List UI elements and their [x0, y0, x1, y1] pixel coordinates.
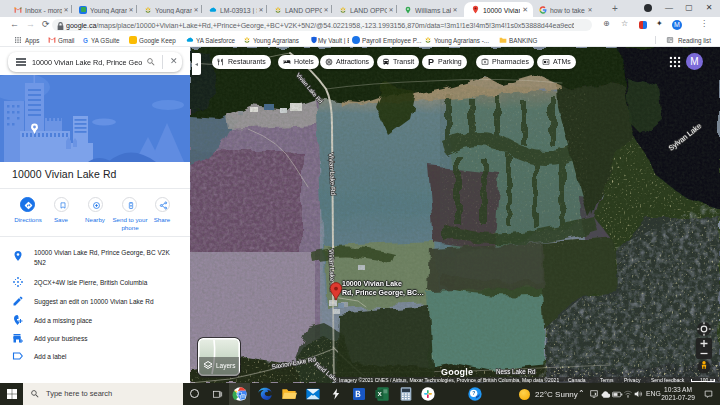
svg-text:Layers: Layers: [216, 362, 236, 370]
svg-text:Ness Lake Rd: Ness Lake Rd: [496, 368, 536, 375]
svg-text:M: M: [241, 395, 244, 399]
svg-text:?: ?: [472, 390, 475, 396]
